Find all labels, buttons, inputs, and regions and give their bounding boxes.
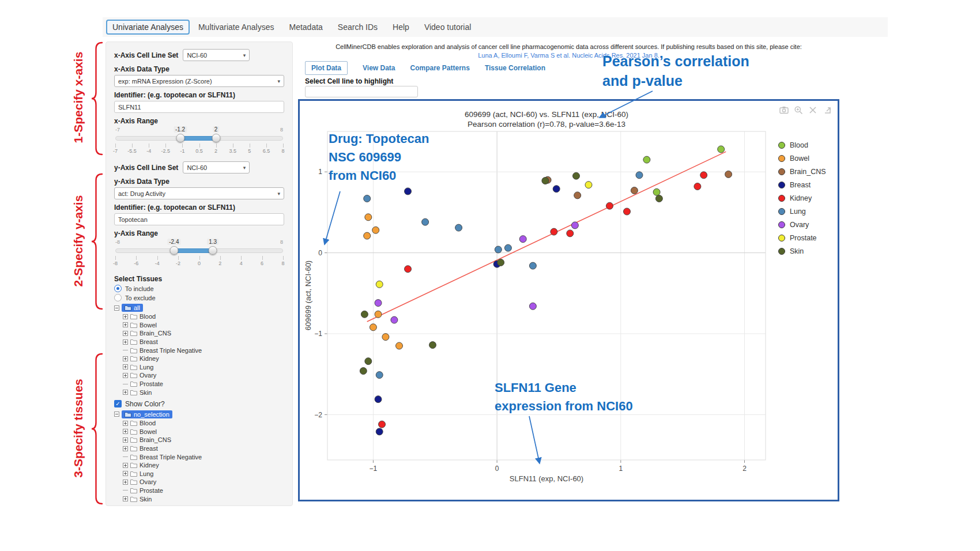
x-axis-title: SLFN11 (exp, NCI-60) — [327, 474, 766, 483]
nav-tab-search-ids[interactable]: Search IDs — [331, 20, 384, 35]
tree-item-label: Bowel — [140, 322, 157, 329]
tree-item-blood[interactable]: Blood — [123, 312, 284, 321]
nav-tab-multivariate-analyses[interactable]: Multivariate Analyses — [192, 20, 281, 35]
tab-tissue-correlation[interactable]: Tissue Correlation — [485, 64, 545, 72]
tab-plot-data[interactable]: Plot Data — [305, 61, 348, 75]
tree-expand-icon[interactable] — [123, 496, 128, 501]
citation-link[interactable]: Luna A, Elloumi F, Varma S et al. Nuclei… — [298, 51, 839, 60]
tree-item-skin[interactable]: Skin — [123, 388, 284, 397]
tab-view-data[interactable]: View Data — [363, 64, 395, 72]
tree-item-prostate[interactable]: Prostate — [123, 486, 284, 495]
tree-expand-icon[interactable] — [123, 437, 128, 443]
slider-tick — [199, 256, 200, 260]
highlight-cell-line-input[interactable] — [305, 86, 418, 97]
tree-expand-icon[interactable] — [123, 463, 128, 468]
reset-axes-icon[interactable] — [823, 105, 832, 115]
tree-item-bowel[interactable]: Bowel — [123, 428, 284, 436]
tree-item-kidney[interactable]: Kidney — [123, 354, 284, 363]
tree-expand-icon[interactable] — [123, 364, 128, 369]
folder-icon — [130, 462, 137, 468]
y-cell-line-set-select[interactable]: NCI-60 ▾ — [183, 161, 250, 173]
slider-handle-to[interactable] — [212, 134, 220, 142]
tree-expand-icon[interactable] — [123, 331, 128, 336]
tree-expand-icon[interactable] — [123, 339, 128, 345]
legend-item-blood[interactable]: Blood — [778, 141, 826, 149]
nav-tab-metadata[interactable]: Metadata — [282, 20, 329, 35]
callout-line: Pearson’s correlation — [602, 52, 749, 71]
tree-expand-icon[interactable] — [123, 322, 128, 327]
tree-item-blood[interactable]: Blood — [123, 419, 284, 428]
y-axis-range-slider[interactable]: -88-2.41.3-8-6-4-202468 — [115, 239, 283, 268]
slider-tick-label: -4 — [146, 148, 151, 154]
tree-item-kidney[interactable]: Kidney — [123, 461, 284, 470]
tree-item-breast[interactable]: Breast — [123, 444, 284, 453]
slider-selected-range[interactable] — [180, 136, 216, 141]
slider-tick-label: -2 — [176, 261, 180, 266]
legend-item-bowel[interactable]: Bowel — [778, 154, 826, 163]
tree-expand-icon[interactable] — [123, 429, 128, 434]
x-axis-range-slider[interactable]: -78-1.22-7-5.5-4-2.5-10.523.556.58 — [115, 127, 283, 156]
tree-item-breast[interactable]: Breast — [123, 338, 284, 346]
svg-text:2: 2 — [742, 465, 747, 473]
nav-tab-video-tutorial[interactable]: Video tutorial — [418, 20, 477, 35]
x-identifier-input[interactable] — [114, 101, 284, 113]
legend-item-ovary[interactable]: Ovary — [778, 221, 826, 229]
tree-item-brain-cns[interactable]: Brain_CNS — [123, 436, 284, 444]
x-range-label: x-Axis Range — [114, 117, 284, 125]
tree-expand-icon[interactable] — [123, 480, 128, 485]
slider-tick-label: -6 — [134, 261, 138, 266]
tree-item-prostate[interactable]: Prostate — [123, 380, 284, 388]
tree-expand-icon[interactable] — [123, 471, 128, 476]
slider-handle-to[interactable] — [209, 246, 217, 255]
nav-tab-univariate-analyses[interactable]: Univariate Analyses — [106, 20, 190, 35]
tree-collapse-icon[interactable] — [114, 412, 119, 417]
radio-to-include[interactable]: To include — [114, 285, 284, 292]
tree-item-ovary[interactable]: Ovary — [123, 478, 284, 486]
slider-tick — [182, 144, 183, 148]
show-color-row[interactable]: ✓ Show Color? — [114, 400, 284, 408]
slider-handle-from[interactable] — [176, 134, 184, 142]
tree-expand-icon[interactable] — [123, 356, 128, 361]
legend-marker — [778, 182, 785, 188]
tree-item-skin[interactable]: Skin — [123, 495, 284, 503]
tree-expand-icon[interactable] — [123, 390, 128, 395]
tree-item-breast-triple-negative[interactable]: Breast Triple Negative — [123, 452, 284, 461]
zoom-in-icon[interactable] — [794, 105, 803, 115]
tree-item-lung[interactable]: Lung — [123, 470, 284, 478]
legend-label: Skin — [790, 247, 804, 255]
x-cell-line-set-select[interactable]: NCI-60 ▾ — [183, 49, 250, 61]
legend-item-breast[interactable]: Breast — [778, 181, 826, 189]
tree-item-lung[interactable]: Lung — [123, 363, 284, 372]
legend-item-skin[interactable]: Skin — [778, 247, 826, 255]
tree-item-brain-cns[interactable]: Brain_CNS — [123, 329, 284, 338]
tree-expand-icon[interactable] — [123, 373, 128, 378]
legend-item-prostate[interactable]: Prostate — [778, 234, 826, 242]
legend-item-brain-cns[interactable]: Brain_CNS — [778, 168, 826, 176]
tree-item-bowel[interactable]: Bowel — [123, 321, 284, 330]
tree-collapse-icon[interactable] — [114, 305, 119, 311]
y-data-type-select[interactable]: act: Drug Activity ▾ — [114, 187, 284, 199]
tree-item-breast-triple-negative[interactable]: Breast Triple Negative — [123, 346, 284, 354]
chevron-down-icon: ▾ — [277, 191, 280, 197]
x-data-type-select[interactable]: exp: mRNA Expression (Z-Score) ▾ — [114, 75, 284, 87]
tree-root-all[interactable]: all — [122, 304, 143, 312]
svg-text:−2: −2 — [314, 411, 322, 419]
folder-icon — [130, 471, 137, 477]
camera-icon[interactable] — [779, 105, 789, 115]
tree-item-ovary[interactable]: Ovary — [123, 371, 284, 380]
tree-expand-icon[interactable] — [123, 314, 128, 319]
tab-compare-patterns[interactable]: Compare Patterns — [410, 64, 470, 72]
slider-handle-from[interactable] — [169, 246, 178, 255]
tree-expand-icon[interactable] — [123, 421, 128, 426]
tree-expand-icon[interactable] — [123, 446, 128, 451]
y-identifier-input[interactable] — [114, 213, 284, 225]
slider-selected-range[interactable] — [174, 248, 213, 253]
tree-root-no-selection[interactable]: no_selection — [122, 410, 172, 418]
legend-marker — [778, 248, 785, 255]
pan-cross-icon[interactable] — [808, 105, 817, 115]
radio-to-exclude[interactable]: To exclude — [114, 294, 284, 301]
nav-tab-help[interactable]: Help — [386, 20, 416, 35]
legend-item-lung[interactable]: Lung — [778, 207, 826, 216]
slider-tick — [178, 256, 179, 260]
legend-item-kidney[interactable]: Kidney — [778, 194, 826, 202]
